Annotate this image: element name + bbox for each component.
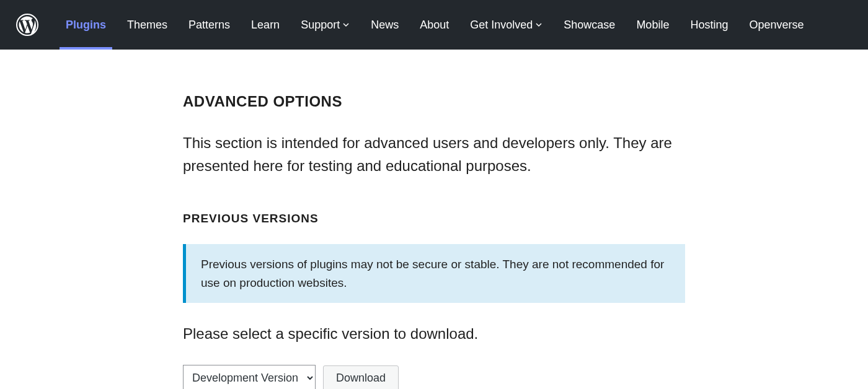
nav-item-patterns[interactable]: Patterns [188,0,230,50]
subsection-title: PREVIOUS VERSIONS [183,212,685,225]
main-content: ADVANCED OPTIONS This section is intende… [170,50,698,389]
chevron-down-icon [342,21,350,28]
nav-item-themes[interactable]: Themes [127,0,167,50]
instruction-text: Please select a specific version to down… [183,325,685,343]
section-description: This section is intended for advanced us… [183,131,685,177]
nav-item-label: Plugins [66,19,106,32]
version-select[interactable]: Development Version [183,365,316,389]
nav-item-label: News [371,19,399,32]
download-controls: Development Version Download [183,365,685,389]
chevron-down-icon [535,21,542,28]
wordpress-logo[interactable] [16,14,38,36]
nav-item-openverse[interactable]: Openverse [749,0,804,50]
nav-item-learn[interactable]: Learn [251,0,280,50]
nav-item-label: About [420,19,449,32]
nav-item-label: Patterns [188,19,230,32]
nav-item-label: Openverse [749,19,804,32]
nav-item-news[interactable]: News [371,0,399,50]
nav-item-label: Showcase [564,19,615,32]
nav-item-plugins[interactable]: Plugins [66,0,106,50]
main-navbar: Plugins Themes Patterns Learn Support Ne… [0,0,868,50]
nav-items: Plugins Themes Patterns Learn Support Ne… [66,0,804,50]
nav-item-showcase[interactable]: Showcase [564,0,615,50]
nav-item-label: Support [301,19,340,32]
nav-item-label: Learn [251,19,280,32]
nav-item-label: Get Involved [470,19,533,32]
nav-item-label: Themes [127,19,167,32]
nav-item-support[interactable]: Support [301,0,350,50]
nav-item-about[interactable]: About [420,0,449,50]
section-title: ADVANCED OPTIONS [183,93,685,110]
download-button[interactable]: Download [323,365,399,389]
nav-item-hosting[interactable]: Hosting [690,0,728,50]
nav-item-label: Mobile [636,19,669,32]
nav-item-label: Hosting [690,19,728,32]
nav-item-mobile[interactable]: Mobile [636,0,669,50]
nav-item-get-involved[interactable]: Get Involved [470,0,542,50]
warning-notice: Previous versions of plugins may not be … [183,244,685,303]
